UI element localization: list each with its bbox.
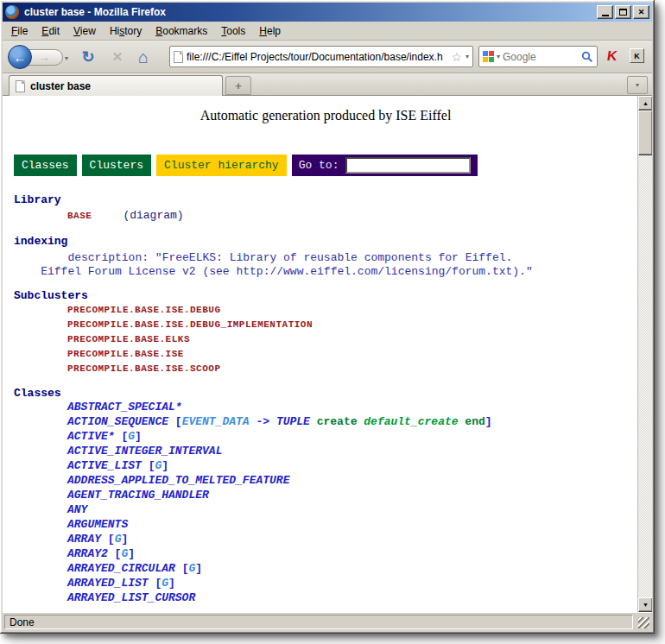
class-text: [ (108, 547, 122, 560)
menu-history[interactable]: History (103, 23, 149, 39)
class-link[interactable]: ARRAYED_LIST (67, 577, 149, 590)
library-name-link[interactable]: BASE (67, 211, 92, 221)
class-link[interactable]: ARRAY (67, 533, 101, 546)
tab-page-icon (16, 80, 25, 92)
menu-bookmarks[interactable]: Bookmarks (149, 23, 214, 39)
title-bar[interactable]: cluster base - Mozilla Firefox ✕ (3, 3, 652, 22)
class-link[interactable]: ARGUMENTS (67, 518, 128, 531)
doc-button-classes[interactable]: Classes (14, 155, 77, 176)
class-link[interactable]: TUPLE (276, 415, 310, 428)
menu-edit[interactable]: Edit (35, 23, 66, 39)
doc-button-cluster-hierarchy[interactable]: Cluster hierarchy (156, 155, 287, 176)
class-entry: ARGUMENTS (67, 518, 637, 533)
close-button[interactable]: ✕ (633, 5, 649, 19)
back-button[interactable]: ← (8, 45, 32, 69)
subcluster-link[interactable]: PRECOMPILE.BASE.ISE.DEBUG_IMPLEMENTATION (67, 319, 637, 334)
stop-icon: ✕ (112, 49, 124, 65)
menu-tools[interactable]: Tools (214, 23, 252, 39)
class-entry: ARRAY [G] (67, 533, 637, 547)
class-link[interactable]: ARRAYED_CIRCULAR (67, 562, 175, 575)
description-line: description: "FreeELKS: Library of reusa… (14, 251, 637, 265)
close-icon: ✕ (638, 8, 645, 16)
class-link[interactable]: ABSTRACT_SPECIAL* (67, 401, 182, 414)
class-link[interactable]: ARRAYED_LIST_CURSOR (67, 591, 195, 604)
resize-grip[interactable] (638, 617, 649, 628)
menu-file[interactable]: File (4, 23, 35, 39)
class-entry: ARRAY2 [G] (67, 547, 637, 562)
tab-cluster-base[interactable]: cluster base (9, 75, 223, 96)
doc-button-clusters[interactable]: Clusters (82, 155, 151, 176)
library-diagram-link[interactable]: (diagram) (123, 209, 183, 222)
search-input[interactable] (503, 51, 579, 63)
minimize-icon (602, 15, 609, 16)
goto-input[interactable] (345, 157, 471, 174)
search-icon[interactable] (581, 51, 593, 63)
menu-view[interactable]: View (66, 23, 103, 39)
class-link[interactable]: ACTIVE_LIST (67, 459, 142, 472)
class-entry: ARRAYED_LIST_CURSOR (67, 591, 637, 606)
class-entry: ACTIVE* [G] (67, 430, 637, 445)
scrollbar-thumb[interactable] (638, 110, 652, 155)
class-text: [ (149, 577, 162, 590)
minimize-button[interactable] (597, 5, 613, 19)
class-link[interactable]: ACTIVE_INTEGER_INTERVAL (67, 445, 222, 458)
class-text: -> (250, 415, 276, 428)
class-text: [ (175, 562, 189, 575)
class-entry: ACTIVE_LIST [G] (67, 459, 637, 474)
class-link[interactable]: ACTIVE* (67, 430, 115, 443)
scroll-up-icon: ▲ (643, 100, 649, 106)
new-tab-button[interactable]: + (225, 76, 251, 95)
class-entry: ADDRESS_APPLIED_TO_MELTED_FEATURE (67, 474, 637, 489)
library-heading: Library (14, 193, 637, 206)
class-link[interactable]: ARRAY2 (67, 547, 108, 560)
address-bar[interactable]: ☆ ▾ (169, 46, 473, 67)
maximize-button[interactable] (615, 5, 631, 19)
back-history-caret[interactable]: ▾ (65, 54, 68, 62)
back-icon: ← (14, 50, 27, 65)
url-dropdown-icon[interactable]: ▾ (466, 53, 469, 60)
library-entry: BASE (diagram) (14, 209, 637, 222)
class-entry: ARRAYED_LIST [G] (67, 577, 637, 591)
class-text: [ (142, 459, 155, 472)
doc-nav-row: ClassesClustersCluster hierarchy Go to: (14, 155, 637, 176)
reload-button[interactable]: ↻ (77, 46, 99, 68)
class-link[interactable]: AGENT_TRACING_HANDLER (67, 489, 209, 502)
class-link[interactable]: ACTION_SEQUENCE (67, 415, 168, 428)
class-text: ] (195, 562, 202, 575)
indexing-description: description: "FreeELKS: Library of reusa… (14, 251, 637, 279)
scroll-up-button[interactable]: ▲ (638, 96, 652, 110)
class-entry: ARRAYED_CIRCULAR [G] (67, 562, 637, 577)
home-button[interactable]: ⌂ (132, 46, 155, 68)
vertical-scrollbar[interactable]: ▲ ▼ (637, 96, 652, 612)
subcluster-link[interactable]: PRECOMPILE.BASE.ELKS (67, 334, 637, 349)
menu-bar: FileEditViewHistoryBookmarksToolsHelp (3, 22, 652, 41)
class-text: end (459, 415, 485, 428)
feature-link[interactable]: default_create (364, 415, 458, 428)
reload-icon: ↻ (81, 47, 94, 66)
search-engine-dropdown-icon[interactable]: ▾ (497, 53, 500, 60)
class-link[interactable]: G (162, 577, 168, 590)
subcluster-link[interactable]: PRECOMPILE.BASE.ISE.DEBUG (67, 305, 637, 319)
class-link[interactable]: EVENT_DATA (182, 415, 250, 428)
stop-button[interactable]: ✕ (106, 46, 129, 68)
doc-nav-buttons: ClassesClustersCluster hierarchy (14, 155, 287, 176)
k-addon-button[interactable]: K (630, 48, 644, 63)
class-text: ] (162, 459, 168, 472)
class-entry: ANY (67, 503, 637, 518)
class-link[interactable]: ADDRESS_APPLIED_TO_MELTED_FEATURE (67, 474, 289, 487)
url-input[interactable] (187, 51, 447, 63)
search-box[interactable]: ▾ (478, 46, 598, 67)
scroll-down-button[interactable]: ▼ (638, 597, 652, 612)
class-link[interactable]: ANY (67, 503, 87, 516)
class-entry: ACTION_SEQUENCE [EVENT_DATA -> TUPLE cre… (67, 415, 637, 430)
class-text: ] (121, 533, 128, 546)
kaspersky-icon[interactable]: K (606, 48, 618, 64)
subcluster-link[interactable]: PRECOMPILE.BASE.ISE.SCOOP (67, 363, 637, 378)
class-link[interactable]: G (128, 430, 135, 443)
keyhole-nav: → ▾ ← (8, 44, 65, 70)
tab-list-dropdown[interactable]: ▾ (627, 76, 648, 94)
subcluster-link[interactable]: PRECOMPILE.BASE.ISE (67, 349, 637, 363)
tab-bar: cluster base + ▾ (3, 73, 652, 96)
bookmark-star-icon[interactable]: ☆ (451, 50, 462, 64)
menu-help[interactable]: Help (252, 23, 288, 39)
